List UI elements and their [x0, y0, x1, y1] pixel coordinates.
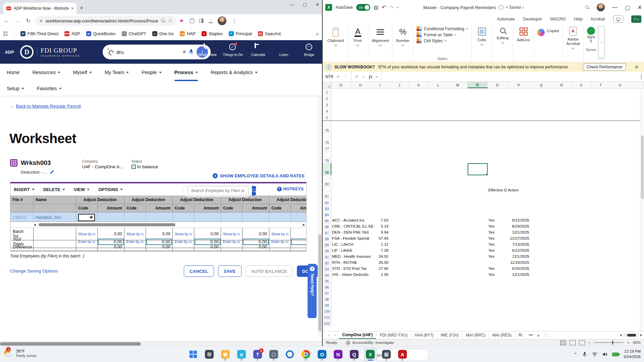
tray-chevron-icon[interactable]: ⌃ [574, 352, 577, 357]
sheet-row-98[interactable]: 98 [323, 296, 644, 302]
row-number-101[interactable]: 101 [323, 314, 331, 320]
sheet-tab-prev-icon[interactable]: ‹ [328, 333, 329, 338]
hotkeys-link[interactable]: ?HOTKEYS [277, 187, 304, 191]
row-number-84[interactable]: 84 [323, 212, 331, 218]
row-number-86[interactable]: 86 [323, 224, 331, 230]
bookmark-item[interactable]: ADPADP [64, 31, 80, 36]
taskbar-calculator-icon[interactable]: ▦ [380, 348, 393, 361]
sheet-tab-mai-rpc-[interactable]: MAI (RPC) [463, 331, 489, 339]
ribbon-group-copilot[interactable]: Copilot [534, 25, 563, 62]
quick-link-bulb[interactable]: What's New [198, 44, 217, 57]
expand-formula-bar-icon[interactable] [641, 74, 641, 80]
taskbar-acrobat-icon[interactable]: A [396, 348, 409, 361]
sheet-tab-fdi-nr2-txu-[interactable]: FDI (NR2-TXU) [376, 331, 411, 339]
extensions-icon[interactable] [190, 19, 194, 23]
code-cell[interactable] [221, 213, 243, 223]
zoom-level[interactable]: 90% [633, 341, 641, 345]
tab-close-icon[interactable]: × [71, 6, 74, 11]
column-header-S[interactable]: S [572, 82, 591, 88]
sheet-vertical-scrollbar[interactable] [640, 88, 644, 331]
nav-item-setup[interactable]: Setup [7, 81, 24, 96]
table-horizontal-scrollbar[interactable] [10, 222, 306, 228]
sheet-tab-haa-6y7-[interactable]: HAA (6Y7) [411, 331, 437, 339]
view-button[interactable]: VIEW [74, 187, 90, 192]
quick-access-chevron-icon[interactable] [396, 6, 399, 8]
browser-profile-avatar[interactable] [218, 16, 226, 25]
taskbar-clock[interactable]: 12:19 PM 3/24/2026 [624, 349, 641, 359]
nav-item-favorites[interactable]: Favorites [37, 81, 62, 96]
ribbon-group-adobe-acrobat[interactable]: AdobeAcrobat [563, 25, 584, 62]
sheet-grid[interactable]: 1234575767778798081Effective D Action828… [323, 88, 644, 331]
add-sheet-icon[interactable]: + [537, 333, 540, 338]
taskbar-quickbooks-icon[interactable]: Q [347, 348, 361, 361]
sheet-row-85[interactable]: 85ACC - Accident Ins7.63Yes6/12/2025 [323, 218, 644, 224]
quick-link-calendar[interactable]: Calendar [249, 44, 268, 57]
row-number-83[interactable]: 83 [323, 205, 331, 212]
sheet-tab-ime-fjv-[interactable]: IME (FJV) [437, 331, 463, 339]
column-header-T[interactable]: T [591, 82, 610, 88]
ribbon-group-font[interactable]: AFont [347, 25, 368, 62]
ribbon-tab-developer[interactable]: Developer [523, 17, 542, 21]
pink-extension-icon[interactable] [180, 18, 185, 23]
column-header-K[interactable]: K [409, 82, 429, 88]
column-header-Q[interactable]: Q [531, 82, 552, 88]
excel-minimize-button[interactable]: — [612, 4, 618, 10]
row-number-91[interactable]: 91 [323, 254, 331, 260]
sheet-tab-next-icon[interactable]: › [334, 333, 335, 338]
row-number-88[interactable]: 88 [323, 236, 331, 242]
excel-close-button[interactable]: ✕ [638, 4, 642, 11]
sheet-row-95[interactable]: 95 [323, 278, 644, 284]
ribbon-group-number[interactable]: %Number [392, 25, 413, 62]
excel-search-icon[interactable] [585, 5, 589, 9]
back-to-payroll-link[interactable]: ← Back to Manage Regular Payroll [10, 104, 81, 109]
styles-item-format-as-table[interactable]: Format as Table [417, 32, 468, 37]
cancel-button[interactable]: CANCEL [184, 265, 214, 277]
sheet-row-80[interactable]: 80 [323, 175, 644, 187]
browser-close-button[interactable]: ✕ [316, 2, 319, 7]
zoom-slider[interactable] [594, 342, 624, 343]
site-info-icon[interactable]: ⊜ [40, 19, 43, 23]
sheet-row-93[interactable]: 93STD - STD Post Tax27.66Yes6/15/2025 [323, 266, 644, 272]
bookmark-item[interactable]: hapHAP [180, 31, 196, 36]
nav-item-my-team[interactable]: My Team [105, 64, 129, 81]
sheet-tab-compone-u4f-[interactable]: CompOne (U4F) [339, 331, 376, 339]
sheet-row-77[interactable]: 77 [323, 145, 644, 152]
row-number-94[interactable]: 94 [323, 272, 331, 278]
bookmark-item[interactable]: qbQuickBooks [86, 31, 116, 36]
browser-menu-icon[interactable]: ⋮ [231, 18, 238, 24]
adp-search-bar[interactable]: dru × ↑ [103, 45, 211, 59]
sheet-row-81[interactable]: 81Effective D Action [323, 187, 644, 199]
scroll-left-icon[interactable] [34, 224, 36, 226]
code-cell[interactable] [269, 213, 291, 223]
scroll-right-icon[interactable] [303, 224, 305, 226]
sheet-menu-icon[interactable]: ⋮ [544, 333, 548, 338]
bookmark-item[interactable]: SStaples [202, 31, 223, 36]
edit-pencil-icon[interactable] [50, 171, 54, 174]
code-cell[interactable] [173, 213, 194, 223]
select-all-corner[interactable] [323, 82, 331, 88]
name-box[interactable]: N79⋮ [323, 72, 352, 81]
amount-cell[interactable] [194, 213, 221, 223]
options-button[interactable]: OPTIONS [98, 187, 123, 192]
sheet-row-5[interactable]: 5 [323, 114, 644, 120]
check-performance-button[interactable]: Check Performance [583, 63, 626, 71]
row-number-97[interactable]: 97 [323, 290, 331, 296]
bookmark-item[interactable]: | |One Inc [152, 31, 174, 36]
browser-maximize-button[interactable]: ▢ [303, 2, 307, 7]
taskbar-copilot-icon[interactable] [283, 348, 297, 361]
column-header-J[interactable]: J [390, 82, 409, 88]
sheet-row-92[interactable]: 92RTH - ROTH$25.0011/19/2025 [323, 260, 644, 266]
sheet-row-100[interactable]: 100 [323, 308, 644, 314]
employee-row[interactable]: 236023Hamilton, Dru [10, 213, 306, 222]
saved-status[interactable]: • Saved [506, 5, 524, 10]
sheet-row-87[interactable]: 87DEN - DEN PRE TAX9.94Yes12/1/2025 [323, 230, 644, 236]
column-header-N[interactable]: N [468, 82, 488, 88]
sheet-row-91[interactable]: 91MED - Health Insuranc24.52Yes12/1/2025 [323, 254, 644, 260]
nav-item-home[interactable]: Home [7, 64, 20, 81]
sheet-row-86[interactable]: 86CRE - CRITICAL ILL EE5.19Yes8/24/2025 [323, 224, 644, 230]
insert-button[interactable]: INSERT [14, 187, 35, 192]
ribbon-group-alignment[interactable]: Alignment [368, 25, 392, 62]
sheet-row-2[interactable]: 2 [323, 95, 644, 101]
employee-search-input[interactable] [188, 186, 249, 195]
quick-link-people[interactable]: ◠Bridge [300, 44, 319, 57]
